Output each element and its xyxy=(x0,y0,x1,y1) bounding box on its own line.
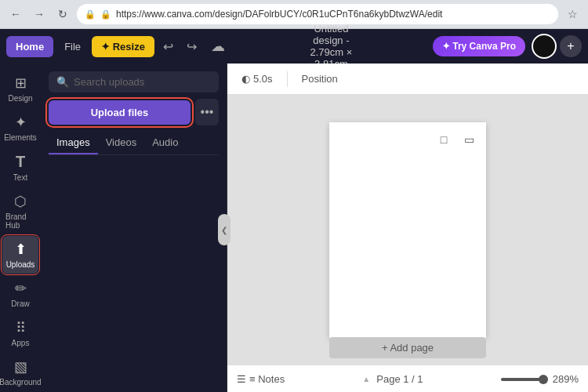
canvas-toolbar: ◐ 5.0s Position xyxy=(227,64,588,95)
upload-more-button[interactable]: ••• xyxy=(195,99,219,125)
canvas-add-icon[interactable]: ▭ xyxy=(458,129,480,151)
bookmark-icon[interactable]: ☆ xyxy=(563,5,582,24)
redo-button[interactable]: ↪ xyxy=(181,35,203,57)
upload-btn-row: Upload files ••• xyxy=(49,99,219,125)
sidebar-label-brandhub: Brand Hub xyxy=(5,212,35,230)
add-page-button[interactable]: + Add page xyxy=(329,337,486,358)
notes-button[interactable]: ☰ ≡ Notes xyxy=(237,373,285,385)
forward-button[interactable]: → xyxy=(30,5,49,24)
sidebar-label-background: Background xyxy=(0,378,42,387)
search-bar[interactable]: 🔍 xyxy=(49,71,219,93)
zoom-handle[interactable] xyxy=(539,375,548,384)
shield-icon: 🔒 xyxy=(85,9,96,20)
design-title: Untitled design - 2.79cm × 3.81cm xyxy=(299,23,363,70)
draw-icon: ✏ xyxy=(15,280,27,297)
add-page-container: + Add page xyxy=(227,337,588,358)
sidebar-label-apps: Apps xyxy=(12,339,30,347)
canvas-area: ◐ 5.0s Position ❮ □ ▭ ↻ + Add page xyxy=(227,64,588,392)
zoom-controls: 289% xyxy=(501,373,579,385)
sidebar-label-uploads: Uploads xyxy=(6,260,35,269)
tab-audio[interactable]: Audio xyxy=(144,132,186,154)
notes-label: ≡ Notes xyxy=(249,373,285,385)
sidebar-label-design: Design xyxy=(8,94,32,103)
text-icon: T xyxy=(16,153,25,171)
background-icon: ▧ xyxy=(14,358,27,376)
upload-panel: 🔍 Upload files ••• Images Videos Audio xyxy=(41,64,227,392)
zoom-bar[interactable] xyxy=(501,378,548,381)
sidebar-label-text: Text xyxy=(13,173,27,182)
tab-images[interactable]: Images xyxy=(49,132,98,154)
upload-files-button[interactable]: Upload files xyxy=(49,100,191,125)
search-icon: 🔍 xyxy=(56,76,69,88)
clock-icon: ◐ xyxy=(241,73,250,85)
app-bar: Home File ✦ Resize ↩ ↪ ☁ Untitled design… xyxy=(0,29,588,64)
address-bar[interactable]: 🔒 🔒 https://www.canva.com/design/DAFolrb… xyxy=(77,4,558,24)
page-navigation: ▲ Page 1 / 1 xyxy=(362,373,423,385)
media-tabs: Images Videos Audio xyxy=(49,132,219,155)
zoom-bar-fill xyxy=(501,378,541,381)
toolbar-divider xyxy=(287,71,288,87)
resize-button[interactable]: ✦ Resize xyxy=(92,36,154,57)
sidebar-label-elements: Elements xyxy=(4,133,37,142)
canvas-footer: ☰ ≡ Notes ▲ Page 1 / 1 289% xyxy=(227,365,588,392)
canvas-duplicate-icon[interactable]: □ xyxy=(433,129,455,151)
user-avatar[interactable] xyxy=(532,34,557,59)
sidebar-item-design[interactable]: ⊞ Design xyxy=(2,70,38,107)
timer-value: 5.0s xyxy=(253,73,273,85)
timer-display[interactable]: ◐ 5.0s xyxy=(237,70,278,88)
add-page-icon-button[interactable]: + xyxy=(560,35,582,57)
browser-toolbar: ← → ↻ 🔒 🔒 https://www.canva.com/design/D… xyxy=(0,0,588,28)
canvas-page: □ ▭ xyxy=(329,122,486,338)
app-main: ⊞ Design ✦ Elements T Text ⬡ Brand Hub ⬆… xyxy=(0,64,588,392)
undo-redo-group: ↩ ↪ xyxy=(158,35,203,57)
browser-chrome: ← → ↻ 🔒 🔒 https://www.canva.com/design/D… xyxy=(0,0,588,29)
sidebar-item-draw[interactable]: ✏ Draw xyxy=(2,275,38,313)
brandhub-icon: ⬡ xyxy=(14,193,27,210)
canvas-workspace[interactable]: ❮ □ ▭ ↻ + Add page xyxy=(227,95,588,365)
tab-videos[interactable]: Videos xyxy=(98,132,145,154)
back-button[interactable]: ← xyxy=(6,5,25,24)
sidebar-item-uploads[interactable]: ⬆ Uploads xyxy=(2,236,38,274)
sidebar-item-text[interactable]: T Text xyxy=(2,148,38,187)
sidebar-item-elements[interactable]: ✦ Elements xyxy=(2,109,38,147)
home-button[interactable]: Home xyxy=(6,36,53,57)
uploads-icon: ⬆ xyxy=(15,241,27,258)
undo-button[interactable]: ↩ xyxy=(158,35,180,57)
canvapro-button[interactable]: ✦ Try Canva Pro xyxy=(433,36,525,56)
page-up-arrow[interactable]: ▲ xyxy=(362,375,370,383)
lock-icon: 🔒 xyxy=(100,9,111,20)
elements-icon: ✦ xyxy=(15,114,27,131)
cloud-save-icon: ☁ xyxy=(206,38,230,55)
sidebar-item-apps[interactable]: ⠿ Apps xyxy=(2,314,38,352)
notes-icon: ☰ xyxy=(237,373,246,385)
page-info: Page 1 / 1 xyxy=(376,373,423,385)
url-text: https://www.canva.com/design/DAFolrbUCY/… xyxy=(116,9,550,20)
refresh-button[interactable]: ↻ xyxy=(53,5,72,24)
apps-icon: ⠿ xyxy=(16,319,26,336)
search-input[interactable] xyxy=(74,76,211,88)
design-icon: ⊞ xyxy=(15,74,27,92)
file-menu-button[interactable]: File xyxy=(56,36,89,57)
zoom-level: 289% xyxy=(553,373,579,385)
hide-panel-button[interactable]: ❮ xyxy=(218,214,230,245)
canvas-controls-top: □ ▭ xyxy=(433,129,480,151)
sidebar-item-brandhub[interactable]: ⬡ Brand Hub xyxy=(2,188,38,234)
position-button[interactable]: Position xyxy=(297,70,343,88)
sidebar-item-background[interactable]: ▧ Background xyxy=(2,354,38,391)
sidebar-icons: ⊞ Design ✦ Elements T Text ⬡ Brand Hub ⬆… xyxy=(0,64,41,392)
sidebar-label-draw: Draw xyxy=(11,299,29,308)
